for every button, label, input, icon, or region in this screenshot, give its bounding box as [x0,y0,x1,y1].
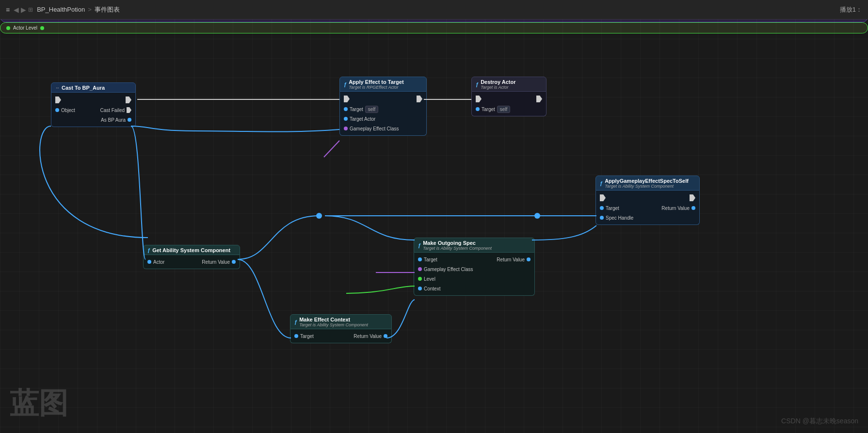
cast-to-bp-aura-node: ↔ Cast To BP_Aura Object Cast Failed As … [51,82,136,127]
get-ability-header: ƒ Get Ability System Component [143,245,240,255]
make-outgoing-level-pin [418,277,422,281]
make-effect-header: ƒ Make Effect Context Target is Ability … [290,314,392,329]
destroy-title: Destroy Actor [481,79,515,85]
make-outgoing-title: Make Outgoing Spec [423,240,492,246]
cast-arrow-icon: ↔ [55,85,60,90]
cast-node-body: Object Cast Failed As BP Aura [51,93,136,127]
get-ability-actor-row: Actor Return Value [144,257,240,267]
apply-effect-title: Apply Effect to Target [349,79,403,85]
breadcrumb-root: BP_HealthPotion [37,6,85,13]
make-outgoing-level-label: Level [424,276,435,282]
apply-spec-target-pin [600,206,604,210]
make-outgoing-header: ƒ Make Outgoing Spec Target is Ability S… [414,238,535,253]
breadcrumb-leaf: 事件图表 [95,5,120,14]
make-outgoing-level-row: Level [414,274,534,284]
make-effect-target-pin [294,334,298,338]
cast-as-pin [128,118,131,122]
make-outgoing-target-pin [418,257,422,261]
actor-level-pin-out [40,26,44,30]
make-outgoing-spec-node: ƒ Make Outgoing Spec Target is Ability S… [414,238,535,296]
make-outgoing-gameplay-row: Gameplay Effect Class [414,264,534,274]
apply-target-value: self [365,106,379,113]
apply-spec-spec-label: Spec Handle [606,215,633,221]
actor-level-node: Actor Level [0,22,868,33]
apply-spec-node: ƒ ApplyGameplayEffectSpecToSelf Target i… [595,176,700,225]
breadcrumb-sep: > [88,6,92,13]
get-ability-return-pin [232,260,236,264]
destroy-exec-in [476,96,482,102]
apply-spec-header: ƒ ApplyGameplayEffectSpecToSelf Target i… [595,176,700,191]
nav-back[interactable]: ◀ [14,6,19,14]
destroy-header: ƒ Destroy Actor Target is Actor [471,77,547,92]
apply-gameplay-pin [344,127,348,130]
nav-forward[interactable]: ▶ [21,6,26,14]
apply-spec-spec-row: Spec Handle [596,213,699,223]
get-ability-actor-pin [147,260,151,264]
apply-exec-row [340,94,426,104]
actor-level-label: Actor Level [13,25,37,31]
reroute-dot-1 [316,213,322,219]
make-outgoing-return-label: Return Value [497,257,525,262]
apply-exec-in [344,96,350,102]
destroy-target-value: self [497,106,511,113]
destroy-target-row: Target self [472,104,546,114]
make-effect-target-label: Target [300,334,314,339]
destroy-exec-out [536,96,542,102]
make-effect-func-icon: ƒ [294,319,297,325]
cast-object-pin [55,108,59,112]
playback-label: 播放1： [840,5,862,14]
topbar: ≡ ◀ ▶ ⊞ BP_HealthPotion > 事件图表 播放1： [0,0,868,19]
get-ability-system-node: ƒ Get Ability System Component Actor Ret… [143,245,240,269]
apply-spec-return-label: Return Value [661,206,690,211]
get-ability-func-icon: ƒ [147,247,150,253]
apply-target-actor-pin [344,117,348,121]
cast-node-header: ↔ Cast To BP_Aura [51,82,136,93]
apply-gameplay-row: Gameplay Effect Class [340,124,426,133]
cast-object-row: Object Cast Failed [51,105,135,115]
apply-spec-subtitle: Target is Ability System Component [605,184,689,189]
apply-spec-title: ApplyGameplayEffectSpecToSelf [605,178,689,184]
apply-effect-header: ƒ Apply Effect to Target Target is RPGEf… [339,77,427,92]
cast-exec-in [55,96,61,103]
apply-spec-exec-in [600,194,606,201]
cast-as-label: As BP Aura [101,117,126,123]
make-outgoing-context-label: Context [424,286,440,291]
grid-icon: ⊞ [28,6,33,13]
menu-icon[interactable]: ≡ [6,6,10,14]
get-ability-body: Actor Return Value [143,255,240,269]
make-outgoing-gameplay-label: Gameplay Effect Class [424,267,473,272]
breadcrumb-nav: ◀ ▶ ⊞ [14,6,33,14]
apply-target-actor-label: Target Actor [350,116,375,122]
apply-effect-node: ƒ Apply Effect to Target Target is RPGEf… [339,77,427,136]
destroy-body: Target self [471,92,547,116]
destroy-target-pin [476,107,480,111]
destroy-subtitle: Target is Actor [481,85,515,90]
get-ability-title: Get Ability System Component [152,247,230,253]
make-outgoing-return-pin [527,257,530,261]
apply-target-label: Target [350,107,363,112]
make-effect-return-pin [384,334,387,338]
cast-failed-label: Cast Failed [100,108,125,113]
make-outgoing-body: Target Return Value Gameplay Effect Clas… [414,253,535,296]
make-outgoing-subtitle: Target is Ability System Component [423,246,492,251]
actor-level-pin-in [6,26,10,30]
get-ability-actor-label: Actor [153,259,164,265]
make-effect-return-label: Return Value [354,334,382,339]
make-effect-subtitle: Target is Ability System Component [299,322,368,327]
make-effect-title: Make Effect Context [299,317,368,322]
apply-spec-target-label: Target [606,206,619,211]
destroy-func-icon: ƒ [476,81,479,87]
cast-as-row: As BP Aura [51,115,135,125]
make-outgoing-gameplay-pin [418,267,422,271]
connections-svg [0,0,868,433]
make-outgoing-target-row: Target Return Value [414,255,534,264]
make-effect-body: Target Return Value [290,329,392,343]
apply-spec-exec-row [596,192,699,203]
grid-background [0,0,868,433]
apply-target-row: Target self [340,104,426,114]
apply-spec-spec-pin [600,216,604,220]
apply-spec-target-row: Target Return Value [596,203,699,213]
apply-spec-exec-out [690,194,695,201]
destroy-target-label: Target [482,107,495,112]
apply-effect-body: Target self Target Actor Gameplay Effect… [339,92,427,136]
